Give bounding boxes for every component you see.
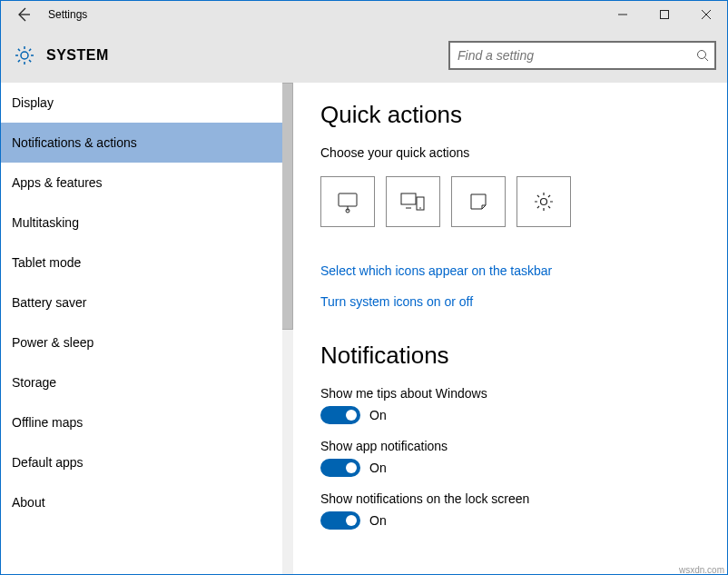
notifications-heading: Notifications <box>320 342 727 370</box>
toggle-state: On <box>369 461 387 475</box>
maximize-icon <box>660 10 669 19</box>
search-input[interactable] <box>448 41 716 70</box>
search-icon <box>696 49 709 62</box>
titlebar: Settings <box>1 1 727 28</box>
toggle-state: On <box>369 513 387 528</box>
connect-icon <box>400 192 426 212</box>
note-icon <box>468 192 488 212</box>
minimize-button[interactable] <box>602 1 644 28</box>
qa-tile-note[interactable] <box>451 176 506 227</box>
qa-tile-connect[interactable] <box>386 176 440 227</box>
system-heading: SYSTEM <box>46 47 109 64</box>
tablet-mode-icon <box>336 190 359 213</box>
svg-point-2 <box>698 51 706 59</box>
sidebar-item-tablet[interactable]: Tablet mode <box>1 243 282 283</box>
sidebar: Display Notifications & actions Apps & f… <box>1 83 282 575</box>
quick-actions-subhead: Choose your quick actions <box>320 145 727 160</box>
toggle-app-notif[interactable] <box>320 459 360 477</box>
sidebar-item-storage[interactable]: Storage <box>1 362 282 402</box>
qa-tile-settings[interactable] <box>516 176 571 227</box>
notif-item-lock: Show notifications on the lock screen On <box>320 491 727 530</box>
svg-point-7 <box>419 207 421 209</box>
sidebar-item-multitasking[interactable]: Multitasking <box>1 203 282 243</box>
svg-rect-5 <box>401 193 416 204</box>
toggle-lock-notif[interactable] <box>320 511 360 530</box>
svg-point-1 <box>21 52 28 59</box>
notif-item-tips: Show me tips about Windows On <box>320 386 727 424</box>
minimize-icon <box>618 10 627 19</box>
back-button[interactable] <box>1 1 44 28</box>
sidebar-item-power[interactable]: Power & sleep <box>1 322 282 362</box>
sidebar-item-defaultapps[interactable]: Default apps <box>1 442 282 482</box>
close-button[interactable] <box>685 1 727 28</box>
sidebar-item-notifications[interactable]: Notifications & actions <box>1 123 282 163</box>
sidebar-item-battery[interactable]: Battery saver <box>1 283 282 322</box>
scrollbar-thumb[interactable] <box>282 83 293 330</box>
settings-icon <box>533 191 555 213</box>
quick-actions-heading: Quick actions <box>320 101 727 129</box>
watermark: wsxdn.com <box>679 565 724 575</box>
window-title: Settings <box>44 8 87 21</box>
back-arrow-icon <box>15 6 31 23</box>
svg-point-8 <box>541 199 547 205</box>
sidebar-item-display[interactable]: Display <box>1 83 282 123</box>
notif-label: Show me tips about Windows <box>320 386 727 401</box>
close-icon <box>702 10 711 19</box>
link-system-icons[interactable]: Turn system icons on or off <box>320 294 727 309</box>
notif-label: Show app notifications <box>320 439 727 453</box>
svg-rect-0 <box>661 11 669 19</box>
qa-tile-tablet-mode[interactable] <box>320 176 375 227</box>
maximize-button[interactable] <box>644 1 685 28</box>
quick-action-tiles <box>320 176 727 227</box>
link-taskbar-icons[interactable]: Select which icons appear on the taskbar <box>320 263 727 278</box>
notif-item-app: Show app notifications On <box>320 439 727 477</box>
notif-label: Show notifications on the lock screen <box>320 491 727 506</box>
system-gear-icon <box>12 43 37 68</box>
toggle-tips[interactable] <box>320 406 360 424</box>
sidebar-item-maps[interactable]: Offline maps <box>1 402 282 442</box>
sidebar-scrollbar[interactable] <box>282 83 293 575</box>
content: Quick actions Choose your quick actions … <box>293 83 727 575</box>
svg-rect-3 <box>339 193 357 206</box>
toggle-state: On <box>369 408 387 422</box>
header: SYSTEM <box>1 28 727 83</box>
sidebar-item-apps[interactable]: Apps & features <box>1 163 282 203</box>
sidebar-item-about[interactable]: About <box>1 482 282 522</box>
